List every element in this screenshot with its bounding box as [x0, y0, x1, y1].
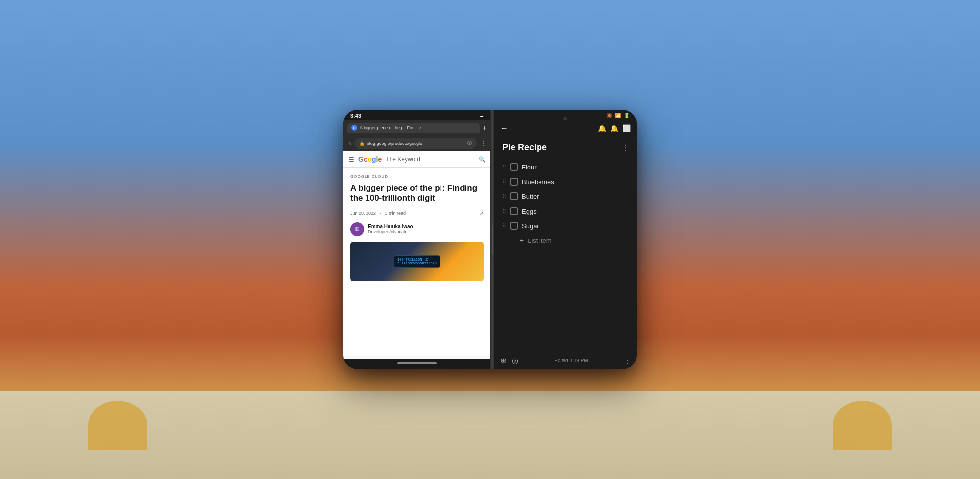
home-icon[interactable]: ⌂	[347, 140, 351, 147]
notes-title: Pie Recipe	[502, 143, 547, 153]
collaborator-icon[interactable]: 🔔	[610, 124, 618, 132]
notes-nav: ← 🔔 🔔 ⬜	[494, 120, 637, 137]
author-row: E Emma Haruka Iwao Developer Advocate	[350, 222, 484, 236]
checkbox-flour[interactable]	[510, 163, 518, 171]
note-item-eggs: ⠿ Eggs	[502, 204, 629, 218]
address-bar[interactable]: ⌂ 🔒 blog.google/products/google- ⓘ ⋮	[343, 135, 490, 151]
deco-chair-right	[833, 401, 892, 450]
search-text[interactable]: The Keyword	[386, 156, 475, 163]
author-name: Emma Haruka Iwao	[368, 224, 413, 229]
add-content-icon[interactable]: ⊕	[500, 356, 507, 365]
pi-value: 3.14159265358979323	[397, 262, 437, 265]
article-date: Jun 08, 2022	[350, 211, 376, 216]
status-icons-left: ☁	[479, 113, 484, 118]
wifi-icon: 📶	[615, 113, 621, 118]
back-button[interactable]: ←	[500, 124, 508, 133]
item-text-sugar: Sugar	[522, 222, 539, 230]
article-image: 100 TRILLION :D 3.14159265358979323	[350, 242, 484, 281]
article-dot: ·	[380, 211, 381, 216]
nav-pill	[397, 362, 437, 364]
author-avatar: E	[350, 222, 364, 236]
add-item-label: List item	[528, 237, 551, 244]
cloud-icon: ☁	[479, 113, 484, 118]
google-logo: Google	[358, 155, 382, 163]
item-text-blueberries: Blueberries	[522, 178, 554, 186]
edited-text: Edited 3:39 PM	[523, 358, 619, 363]
phone-body: 3:43 ☁ C A bigger piece of the pi: Fin..…	[343, 110, 637, 369]
chrome-tab[interactable]: C A bigger piece of the pi: Fin... ×	[347, 123, 480, 133]
notes-bottom-bar: ⊕ ◎ Edited 3:39 PM ⋮	[494, 352, 637, 369]
note-item-butter: ⠿ Butter	[502, 189, 629, 204]
article-category: GOOGLE CLOUD	[350, 174, 484, 179]
notes-title-row: Pie Recipe ⋮	[502, 143, 629, 153]
camera-notch	[564, 117, 567, 120]
article-content: GOOGLE CLOUD A bigger piece of the pi: F…	[343, 168, 490, 356]
drag-handle-butter[interactable]: ⠿	[502, 193, 506, 200]
article-read-time: 3 min read	[385, 211, 406, 216]
lock-icon: 🔒	[359, 141, 365, 146]
right-panel-notes: 🔕 📶 🔋 ← 🔔 🔔 ⬜ Pie Recipe ⋮	[494, 110, 637, 369]
item-text-flour: Flour	[522, 164, 537, 171]
article-meta: Jun 08, 2022 · 3 min read ↗	[350, 210, 484, 216]
deco-chair-left	[88, 401, 147, 450]
author-info: Emma Haruka Iwao Developer Advocate	[368, 224, 413, 234]
checkbox-eggs[interactable]	[510, 207, 518, 215]
drag-handle-blueberries[interactable]: ⠿	[502, 179, 506, 185]
url-text: blog.google/products/google-	[367, 141, 465, 146]
note-item-blueberries: ⠿ Blueberries	[502, 174, 629, 189]
hamburger-icon[interactable]: ☰	[348, 156, 354, 163]
author-role: Developer Advocate	[368, 229, 413, 234]
status-time: 3:43	[350, 113, 361, 119]
item-text-butter: Butter	[522, 193, 539, 200]
chrome-content: ☰ Google The Keyword 🔍 GOOGLE CLOUD A bi…	[343, 151, 490, 359]
drag-handle-sugar[interactable]: ⠿	[502, 223, 506, 229]
archive-icon[interactable]: ⬜	[622, 124, 631, 132]
search-icon[interactable]: 🔍	[479, 156, 486, 163]
drag-handle-flour[interactable]: ⠿	[502, 164, 506, 170]
item-text-eggs: Eggs	[522, 208, 537, 215]
checkbox-sugar[interactable]	[510, 222, 518, 230]
google-search-bar[interactable]: ☰ Google The Keyword 🔍	[343, 151, 490, 168]
info-icon: ⓘ	[467, 140, 472, 146]
pi-label: 100 TRILLION :D	[397, 258, 437, 262]
more-icon[interactable]: ⋮	[480, 140, 487, 147]
battery-icon: 🔋	[624, 113, 630, 118]
share-icon[interactable]: ↗	[479, 210, 484, 216]
notes-content: Pie Recipe ⋮ ⠿ Flour ⠿ Blueberries ⠿	[494, 137, 637, 352]
note-item-flour: ⠿ Flour	[502, 160, 629, 174]
add-item-icon[interactable]: +	[520, 237, 524, 244]
bottom-more-icon[interactable]: ⋮	[624, 357, 631, 365]
foldable-phone: 3:43 ☁ C A bigger piece of the pi: Fin..…	[343, 110, 637, 369]
reminder-icon[interactable]: 🔔	[598, 124, 606, 132]
tab-favicon: C	[351, 125, 357, 131]
phone-hinge	[490, 110, 494, 369]
status-icons-right: 🔕 📶 🔋	[606, 113, 630, 118]
add-item-row[interactable]: + List item	[502, 233, 629, 248]
palette-icon[interactable]: ◎	[512, 356, 518, 365]
nav-bar-left	[343, 359, 490, 369]
tab-bar[interactable]: C A bigger piece of the pi: Fin... × +	[343, 120, 490, 135]
note-item-sugar: ⠿ Sugar	[502, 218, 629, 233]
checkbox-blueberries[interactable]	[510, 178, 518, 186]
tab-close-icon[interactable]: ×	[419, 125, 422, 130]
url-container[interactable]: 🔒 blog.google/products/google- ⓘ	[354, 138, 477, 149]
status-bar-left: 3:43 ☁	[343, 110, 490, 120]
article-title: A bigger piece of the pi: Finding the 10…	[350, 183, 484, 204]
checkbox-butter[interactable]	[510, 192, 518, 200]
notes-title-more[interactable]: ⋮	[622, 144, 629, 152]
drag-handle-eggs[interactable]: ⠿	[502, 208, 506, 215]
mute-icon: 🔕	[606, 113, 612, 118]
pi-display: 100 TRILLION :D 3.14159265358979323	[394, 255, 440, 268]
left-panel-chrome: 3:43 ☁ C A bigger piece of the pi: Fin..…	[343, 110, 490, 369]
tab-title: A bigger piece of the pi: Fin...	[360, 125, 417, 130]
new-tab-button[interactable]: +	[483, 124, 487, 132]
